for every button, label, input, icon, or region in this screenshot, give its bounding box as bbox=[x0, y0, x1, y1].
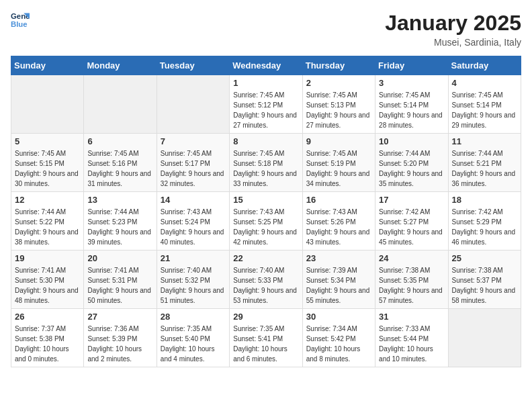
week-row-3: 12Sunrise: 7:44 AMSunset: 5:22 PMDayligh… bbox=[11, 192, 521, 250]
day-info: Sunrise: 7:45 AMSunset: 5:18 PMDaylight:… bbox=[233, 148, 298, 189]
day-header-thursday: Thursday bbox=[302, 56, 375, 75]
calendar-cell: 11Sunrise: 7:44 AMSunset: 5:21 PMDayligh… bbox=[448, 134, 521, 192]
day-number: 16 bbox=[306, 195, 371, 205]
calendar-cell: 17Sunrise: 7:42 AMSunset: 5:27 PMDayligh… bbox=[375, 192, 448, 250]
day-number: 1 bbox=[233, 78, 298, 88]
day-header-tuesday: Tuesday bbox=[157, 56, 229, 75]
calendar-cell: 22Sunrise: 7:40 AMSunset: 5:33 PMDayligh… bbox=[230, 250, 302, 309]
day-info: Sunrise: 7:45 AMSunset: 5:12 PMDaylight:… bbox=[233, 90, 298, 130]
day-info: Sunrise: 7:37 AMSunset: 5:38 PMDaylight:… bbox=[15, 324, 80, 364]
day-info: Sunrise: 7:33 AMSunset: 5:44 PMDaylight:… bbox=[379, 324, 444, 364]
calendar-cell: 24Sunrise: 7:38 AMSunset: 5:35 PMDayligh… bbox=[375, 250, 448, 309]
calendar-cell: 1Sunrise: 7:45 AMSunset: 5:12 PMDaylight… bbox=[230, 75, 302, 134]
day-info: Sunrise: 7:45 AMSunset: 5:19 PMDaylight:… bbox=[306, 148, 371, 189]
calendar-cell: 23Sunrise: 7:39 AMSunset: 5:34 PMDayligh… bbox=[302, 250, 375, 309]
day-number: 26 bbox=[15, 312, 80, 322]
day-number: 20 bbox=[87, 253, 152, 263]
day-number: 25 bbox=[452, 253, 517, 263]
day-info: Sunrise: 7:38 AMSunset: 5:35 PMDaylight:… bbox=[379, 265, 444, 306]
day-header-wednesday: Wednesday bbox=[230, 56, 302, 75]
day-number: 27 bbox=[87, 312, 152, 322]
calendar-cell: 13Sunrise: 7:44 AMSunset: 5:23 PMDayligh… bbox=[84, 192, 157, 250]
day-number: 22 bbox=[233, 253, 298, 263]
day-info: Sunrise: 7:38 AMSunset: 5:37 PMDaylight:… bbox=[452, 265, 517, 306]
calendar-cell: 4Sunrise: 7:45 AMSunset: 5:14 PMDaylight… bbox=[448, 75, 521, 134]
day-info: Sunrise: 7:45 AMSunset: 5:14 PMDaylight:… bbox=[452, 90, 517, 130]
day-number: 12 bbox=[15, 195, 80, 205]
day-info: Sunrise: 7:42 AMSunset: 5:27 PMDaylight:… bbox=[379, 207, 444, 247]
calendar-cell: 15Sunrise: 7:43 AMSunset: 5:25 PMDayligh… bbox=[230, 192, 302, 250]
day-info: Sunrise: 7:40 AMSunset: 5:33 PMDaylight:… bbox=[233, 265, 298, 306]
day-info: Sunrise: 7:39 AMSunset: 5:34 PMDaylight:… bbox=[306, 265, 371, 306]
calendar-cell: 29Sunrise: 7:35 AMSunset: 5:41 PMDayligh… bbox=[230, 309, 302, 367]
week-row-5: 26Sunrise: 7:37 AMSunset: 5:38 PMDayligh… bbox=[11, 309, 521, 367]
day-number: 4 bbox=[452, 78, 517, 88]
day-header-saturday: Saturday bbox=[448, 56, 521, 75]
day-info: Sunrise: 7:40 AMSunset: 5:32 PMDaylight:… bbox=[161, 265, 226, 306]
week-row-1: 1Sunrise: 7:45 AMSunset: 5:12 PMDaylight… bbox=[11, 75, 521, 134]
day-info: Sunrise: 7:44 AMSunset: 5:21 PMDaylight:… bbox=[452, 148, 517, 189]
calendar-cell: 25Sunrise: 7:38 AMSunset: 5:37 PMDayligh… bbox=[448, 250, 521, 309]
day-info: Sunrise: 7:45 AMSunset: 5:16 PMDaylight:… bbox=[87, 148, 152, 189]
days-header-row: SundayMondayTuesdayWednesdayThursdayFrid… bbox=[11, 56, 521, 75]
calendar-cell: 16Sunrise: 7:43 AMSunset: 5:26 PMDayligh… bbox=[302, 192, 375, 250]
calendar-cell: 28Sunrise: 7:35 AMSunset: 5:40 PMDayligh… bbox=[157, 309, 229, 367]
calendar-cell: 19Sunrise: 7:41 AMSunset: 5:30 PMDayligh… bbox=[11, 250, 84, 309]
day-number: 30 bbox=[306, 312, 371, 322]
calendar-cell bbox=[11, 75, 84, 134]
calendar-cell: 3Sunrise: 7:45 AMSunset: 5:14 PMDaylight… bbox=[375, 75, 448, 134]
day-info: Sunrise: 7:45 AMSunset: 5:13 PMDaylight:… bbox=[306, 90, 371, 130]
day-info: Sunrise: 7:43 AMSunset: 5:25 PMDaylight:… bbox=[233, 207, 298, 247]
day-number: 9 bbox=[306, 136, 371, 146]
day-number: 29 bbox=[233, 312, 298, 322]
day-info: Sunrise: 7:45 AMSunset: 5:17 PMDaylight:… bbox=[161, 148, 226, 189]
day-info: Sunrise: 7:35 AMSunset: 5:41 PMDaylight:… bbox=[233, 324, 298, 364]
day-number: 24 bbox=[379, 253, 444, 263]
day-number: 5 bbox=[15, 136, 80, 146]
day-info: Sunrise: 7:36 AMSunset: 5:39 PMDaylight:… bbox=[87, 324, 152, 364]
day-number: 17 bbox=[379, 195, 444, 205]
day-info: Sunrise: 7:35 AMSunset: 5:40 PMDaylight:… bbox=[161, 324, 226, 364]
calendar-cell: 2Sunrise: 7:45 AMSunset: 5:13 PMDaylight… bbox=[302, 75, 375, 134]
day-info: Sunrise: 7:34 AMSunset: 5:42 PMDaylight:… bbox=[306, 324, 371, 364]
day-info: Sunrise: 7:41 AMSunset: 5:31 PMDaylight:… bbox=[87, 265, 152, 306]
calendar-cell: 14Sunrise: 7:43 AMSunset: 5:24 PMDayligh… bbox=[157, 192, 229, 250]
day-number: 23 bbox=[306, 253, 371, 263]
calendar-cell bbox=[157, 75, 229, 134]
day-header-monday: Monday bbox=[84, 56, 157, 75]
day-number: 21 bbox=[161, 253, 226, 263]
day-number: 3 bbox=[379, 78, 444, 88]
day-info: Sunrise: 7:44 AMSunset: 5:23 PMDaylight:… bbox=[87, 207, 152, 247]
day-header-friday: Friday bbox=[375, 56, 448, 75]
calendar-cell: 12Sunrise: 7:44 AMSunset: 5:22 PMDayligh… bbox=[11, 192, 84, 250]
week-row-2: 5Sunrise: 7:45 AMSunset: 5:15 PMDaylight… bbox=[11, 134, 521, 192]
day-info: Sunrise: 7:42 AMSunset: 5:29 PMDaylight:… bbox=[452, 207, 517, 247]
day-info: Sunrise: 7:43 AMSunset: 5:26 PMDaylight:… bbox=[306, 207, 371, 247]
calendar-cell: 5Sunrise: 7:45 AMSunset: 5:15 PMDaylight… bbox=[11, 134, 84, 192]
page-header: General Blue January 2025 Musei, Sardini… bbox=[11, 11, 521, 48]
svg-text:Blue: Blue bbox=[11, 20, 28, 28]
day-number: 7 bbox=[161, 136, 226, 146]
calendar-table: SundayMondayTuesdayWednesdayThursdayFrid… bbox=[11, 56, 521, 367]
day-info: Sunrise: 7:43 AMSunset: 5:24 PMDaylight:… bbox=[161, 207, 226, 247]
calendar-cell: 6Sunrise: 7:45 AMSunset: 5:16 PMDaylight… bbox=[84, 134, 157, 192]
day-number: 19 bbox=[15, 253, 80, 263]
day-info: Sunrise: 7:44 AMSunset: 5:20 PMDaylight:… bbox=[379, 148, 444, 189]
day-info: Sunrise: 7:45 AMSunset: 5:14 PMDaylight:… bbox=[379, 90, 444, 130]
calendar-cell: 21Sunrise: 7:40 AMSunset: 5:32 PMDayligh… bbox=[157, 250, 229, 309]
title-block: January 2025 Musei, Sardinia, Italy bbox=[385, 11, 521, 48]
location-subtitle: Musei, Sardinia, Italy bbox=[385, 37, 521, 48]
logo: General Blue bbox=[11, 11, 30, 30]
day-header-sunday: Sunday bbox=[11, 56, 84, 75]
calendar-cell: 26Sunrise: 7:37 AMSunset: 5:38 PMDayligh… bbox=[11, 309, 84, 367]
day-info: Sunrise: 7:45 AMSunset: 5:15 PMDaylight:… bbox=[15, 148, 80, 189]
calendar-cell: 9Sunrise: 7:45 AMSunset: 5:19 PMDaylight… bbox=[302, 134, 375, 192]
day-number: 18 bbox=[452, 195, 517, 205]
calendar-cell: 18Sunrise: 7:42 AMSunset: 5:29 PMDayligh… bbox=[448, 192, 521, 250]
calendar-cell: 10Sunrise: 7:44 AMSunset: 5:20 PMDayligh… bbox=[375, 134, 448, 192]
calendar-cell: 31Sunrise: 7:33 AMSunset: 5:44 PMDayligh… bbox=[375, 309, 448, 367]
day-info: Sunrise: 7:44 AMSunset: 5:22 PMDaylight:… bbox=[15, 207, 80, 247]
day-number: 28 bbox=[161, 312, 226, 322]
day-number: 14 bbox=[161, 195, 226, 205]
day-number: 11 bbox=[452, 136, 517, 146]
